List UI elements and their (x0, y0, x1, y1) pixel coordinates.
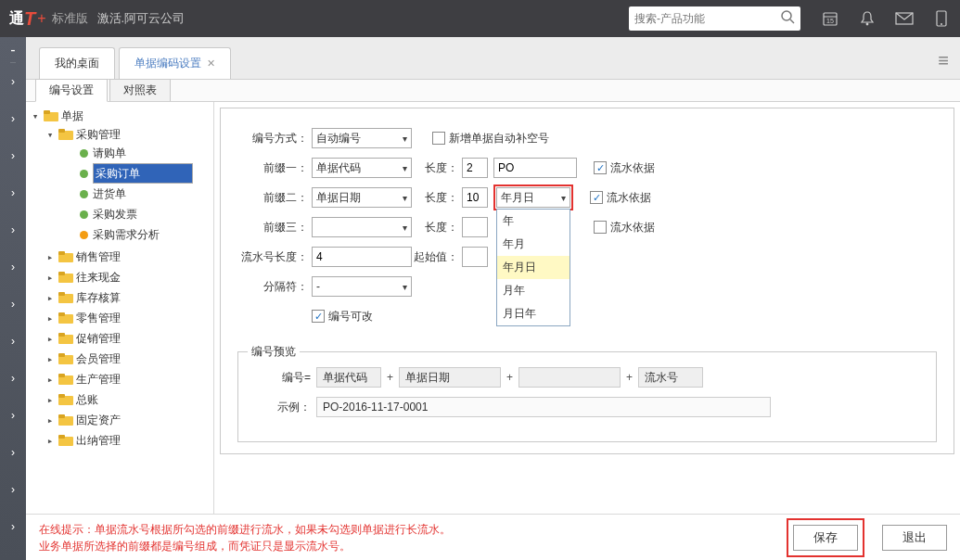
select-prefix3[interactable]: ▾ (312, 217, 412, 237)
input-serial-len[interactable] (312, 247, 412, 267)
tab-doc-coding[interactable]: 单据编码设置✕ (119, 47, 231, 79)
option-month-day-year[interactable]: 月日年 (497, 302, 570, 325)
select-prefix2[interactable]: 单据日期▾ (312, 187, 412, 208)
option-year-month-day[interactable]: 年月日 (497, 256, 570, 279)
tree-label: 单据 (61, 108, 83, 124)
tree-label: 促销管理 (76, 331, 121, 347)
rail-item[interactable]: › (0, 434, 26, 471)
tree-leaf-demand[interactable]: 采购需求分析 (26, 226, 213, 243)
option-year[interactable]: 年 (497, 210, 570, 233)
tree-node-root[interactable]: ▾ 单据 (26, 108, 213, 124)
rail-item[interactable]: › (0, 174, 26, 211)
checkbox-serial-basis-2[interactable] (590, 191, 603, 204)
tree-node-cashier[interactable]: ▸出纳管理 (26, 432, 213, 449)
select-separator[interactable]: -▾ (312, 276, 412, 297)
company-label: 激活.阿可云公司 (97, 10, 186, 27)
expand-icon[interactable]: ▸ (45, 312, 56, 325)
tree-node-gl[interactable]: ▸总账 (26, 391, 213, 408)
tree-leaf-invoice[interactable]: 采购发票 (26, 206, 213, 223)
mobile-icon[interactable] (932, 10, 951, 27)
tree-node-inventory[interactable]: ▸库存核算 (26, 289, 213, 306)
tree-label: 进货单 (93, 186, 126, 202)
rail-item[interactable]: › (0, 397, 26, 434)
svg-rect-24 (58, 353, 65, 357)
chevron-right-icon: › (11, 409, 15, 422)
checkbox-serial-basis-3[interactable] (594, 221, 607, 234)
tree-label: 库存核算 (76, 290, 121, 306)
rail-item[interactable]: › (0, 471, 26, 508)
checkbox-editable[interactable] (312, 310, 325, 323)
close-icon[interactable]: ✕ (207, 57, 215, 69)
rail-item[interactable]: › (0, 360, 26, 397)
rail-item[interactable]: › (0, 137, 26, 174)
expand-icon[interactable]: ▸ (45, 272, 56, 284)
segment-serial: 流水号 (638, 367, 703, 388)
subtab-number-setting[interactable]: 编号设置 (35, 79, 108, 102)
search-input[interactable] (634, 12, 780, 25)
mail-icon[interactable] (895, 11, 914, 26)
search-icon[interactable] (780, 9, 795, 28)
subtab-mapping-table[interactable]: 对照表 (109, 79, 171, 101)
tree-leaf-requisition[interactable]: 请购单 (26, 145, 213, 161)
checkbox-auto-fill[interactable] (432, 132, 445, 145)
svg-rect-26 (58, 374, 65, 377)
collapse-icon[interactable]: ▾ (30, 110, 41, 122)
row-prefix2: 前缀二： 单据日期▾ 长度： 年月日▾ 年 年月 年月日 月年 月日年 流水依据 (237, 186, 937, 209)
tree-node-member[interactable]: ▸会员管理 (26, 350, 213, 367)
collapse-icon[interactable]: ▾ (45, 129, 56, 141)
input-len1[interactable] (462, 158, 488, 178)
label-method: 编号方式： (237, 131, 308, 146)
tree-leaf-receive[interactable]: 进货单 (26, 185, 213, 202)
tab-desktop[interactable]: 我的桌面 (39, 47, 115, 79)
expand-icon[interactable]: ▸ (45, 374, 56, 386)
select-value: - (316, 280, 320, 293)
rail-item[interactable]: › (0, 508, 26, 545)
input-code1[interactable] (493, 158, 577, 178)
label-length1: 长度： (412, 160, 458, 176)
tree-node-purchase[interactable]: ▾ 采购管理 (26, 126, 213, 143)
tree-node-production[interactable]: ▸生产管理 (26, 371, 213, 388)
tree-node-fa[interactable]: ▸固定资产 (26, 412, 213, 428)
tree-node-promo[interactable]: ▸促销管理 (26, 330, 213, 347)
rail-item[interactable]: › (0, 100, 26, 137)
logo-t: T (24, 8, 35, 30)
tree-label: 采购需求分析 (93, 227, 160, 243)
date-format-dropdown[interactable]: 年月日▾ 年 年月 年月日 月年 月日年 (493, 185, 573, 210)
expand-icon[interactable]: ▸ (45, 333, 56, 345)
select-prefix1[interactable]: 单据代码▾ (312, 158, 412, 178)
tree-node-retail[interactable]: ▸零售管理 (26, 310, 213, 326)
checkbox-serial-basis-1[interactable] (594, 161, 607, 174)
expand-icon[interactable]: ▸ (45, 251, 56, 263)
folder-icon (58, 332, 73, 345)
rail-item[interactable]: › (0, 286, 26, 323)
chevron-down-icon: ▾ (561, 193, 566, 203)
exit-button[interactable]: 退出 (882, 525, 947, 551)
expand-icon[interactable]: ▸ (45, 394, 56, 406)
option-month-year[interactable]: 月年 (497, 279, 570, 302)
save-button[interactable]: 保存 (793, 525, 858, 551)
expand-icon[interactable]: ▸ (45, 353, 56, 365)
plus-icon: + (387, 371, 393, 384)
search-box[interactable] (629, 6, 800, 31)
rail-item[interactable]: › (0, 63, 26, 100)
expand-icon[interactable]: ▸ (45, 435, 56, 447)
chevron-right-icon: › (11, 112, 15, 125)
select-date-format[interactable]: 年月日▾ (496, 187, 570, 208)
tree-leaf-purchase-order[interactable]: 采购订单 (26, 165, 213, 182)
rail-item[interactable]: › (0, 211, 26, 248)
tree-node-cash[interactable]: ▸往来现金 (26, 269, 213, 286)
bell-icon[interactable] (858, 10, 877, 27)
expand-icon[interactable]: ▸ (45, 292, 56, 304)
select-method[interactable]: 自动编号▾ (312, 128, 412, 148)
input-len3[interactable] (462, 217, 488, 237)
tabs-menu-icon[interactable]: ≡ (938, 50, 949, 79)
option-year-month[interactable]: 年月 (497, 233, 570, 256)
rail-item[interactable]: › (0, 323, 26, 360)
expand-icon[interactable]: ▸ (45, 414, 56, 426)
rail-item[interactable]: › (0, 248, 26, 286)
input-start[interactable] (462, 247, 488, 267)
calendar-icon[interactable]: 15 (821, 10, 839, 27)
tree-node-sales[interactable]: ▸销售管理 (26, 248, 213, 265)
rail-handle-icon[interactable]: - (10, 37, 15, 63)
input-len2[interactable] (462, 187, 488, 208)
